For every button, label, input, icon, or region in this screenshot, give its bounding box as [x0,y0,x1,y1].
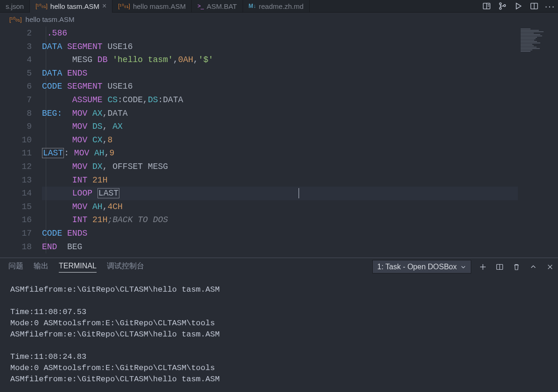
editor-tab-1[interactable]: [¹⁰₀₁]hello tasm.ASM× [30,0,112,13]
line-number: 11 [0,147,32,160]
split-terminal-icon[interactable] [495,262,505,272]
line-number: 14 [0,187,32,200]
line-number: 16 [0,213,32,227]
code-line[interactable]: LOOP LAST [42,187,558,200]
panel-tab-terminal[interactable]: TERMINAL [59,262,97,273]
preview-icon[interactable] [479,0,495,13]
line-number: 9 [0,120,32,133]
line-number: 8 [0,107,32,120]
line-number: 10 [0,133,32,147]
code-line[interactable]: INT 21H;BACK TO DOS [42,213,558,227]
code-area[interactable]: .586DATA SEGMENT USE16 MESG DB 'hello ta… [42,27,558,258]
more-actions-icon[interactable]: ··· [542,0,558,13]
editor-tab-4[interactable]: M↓readme.zh.md [243,0,310,13]
new-terminal-icon[interactable] [478,262,488,272]
text-cursor [299,188,299,198]
terminal-output[interactable]: ASMfilefrom:e:\GitRepo\CLTASM\hello tasm… [0,276,558,392]
tab-label: s.json [6,2,24,10]
kill-terminal-icon[interactable] [511,262,522,272]
panel-tab-问题[interactable]: 问题 [8,261,23,273]
editor-tabbar: s.json[¹⁰₀₁]hello tasm.ASM×[¹⁰₀₁]hello m… [0,0,558,13]
code-line[interactable]: BEG: MOV AX,DATA [42,107,558,120]
editor-tab-3[interactable]: >_ASM.BAT [192,0,243,13]
code-line[interactable]: MOV DS, AX [42,120,558,133]
code-editor[interactable]: 23456789101112131415161718 .586DATA SEGM… [0,27,558,258]
split-editor-icon[interactable] [526,0,542,13]
svg-point-6 [503,5,505,7]
code-line[interactable]: DATA ENDS [42,67,558,80]
bottom-panel: 问题输出TERMINAL调试控制台 1: Task - Open DOSBox … [0,258,558,392]
code-line[interactable]: CODE SEGMENT USE16 [42,80,558,93]
breadcrumb-file: hello tasm.ASM [26,15,75,23]
breadcrumb[interactable]: [¹⁰₀₁] hello tasm.ASM [0,13,558,27]
terminal-task-label: 1: Task - Open DOSBox [377,263,457,271]
terminal-task-dropdown[interactable]: 1: Task - Open DOSBox [372,260,471,273]
code-line[interactable]: .586 [42,27,558,40]
panel-tab-调试控制台[interactable]: 调试控制台 [107,261,144,273]
code-line[interactable]: MOV AH,4CH [42,200,558,214]
editor-tab-2[interactable]: [¹⁰₀₁]hello masm.ASM [112,0,192,13]
code-line[interactable]: MESG DB 'hello tasm',0AH,'$' [42,53,558,67]
line-number: 6 [0,80,32,93]
line-number: 5 [0,67,32,80]
code-line[interactable]: INT 21H [42,174,558,187]
line-number: 18 [0,240,32,254]
code-line[interactable]: CODE ENDS [42,227,558,240]
line-number: 3 [0,40,32,54]
tab-label: hello tasm.ASM [50,2,99,10]
code-line[interactable]: LAST: MOV AH,9 [42,147,558,160]
code-line[interactable]: MOV DX, OFFSET MESG [42,160,558,174]
svg-point-4 [499,3,501,5]
minimap[interactable] [521,28,553,61]
tab-label: readme.zh.md [259,2,304,10]
chevron-down-icon [460,264,466,270]
line-number: 2 [0,27,32,40]
code-line[interactable]: DATA SEGMENT USE16 [42,40,558,54]
line-number: 13 [0,174,32,187]
asm-icon: [¹⁰₀₁] [118,3,130,9]
line-number: 12 [0,160,32,174]
asm-icon: [¹⁰₀₁] [35,3,48,9]
line-number: 15 [0,200,32,214]
panel-tab-输出[interactable]: 输出 [34,261,49,273]
close-panel-icon[interactable] [545,262,555,272]
code-line[interactable]: END BEG [42,240,558,254]
bat-icon: >_ [197,3,204,9]
run-icon[interactable] [510,0,526,13]
code-line[interactable]: ASSUME CS:CODE,DS:DATA [42,93,558,107]
source-control-diff-icon[interactable] [495,0,510,13]
close-tab-icon[interactable]: × [102,2,106,10]
editor-tab-0[interactable]: s.json [0,0,30,13]
tab-label: ASM.BAT [207,2,237,10]
line-number-gutter: 23456789101112131415161718 [0,27,42,258]
tab-label: hello masm.ASM [133,2,186,10]
line-number: 4 [0,53,32,67]
svg-point-5 [499,7,501,9]
code-line[interactable]: MOV CX,8 [42,133,558,147]
chevron-up-icon[interactable] [528,262,538,272]
asm-icon: [¹⁰₀₁] [9,16,22,23]
line-number: 17 [0,227,32,240]
line-number: 7 [0,93,32,107]
markdown-icon: M↓ [249,3,256,9]
